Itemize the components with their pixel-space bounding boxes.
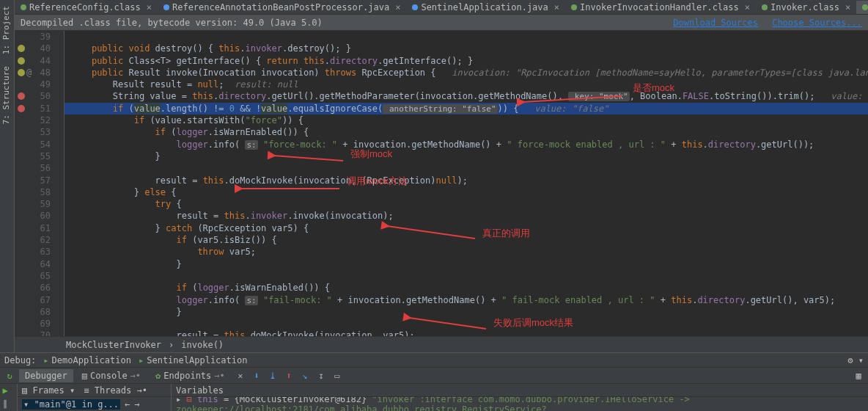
code-line[interactable] [65,162,868,174]
breadcrumb-method[interactable]: invoke() [181,340,224,350]
code-editor[interactable]: 394044@484950515253545556575859606162636… [15,31,868,336]
frame-next-icon[interactable]: → [134,399,139,410]
sidebar-structure-tab[interactable]: 7: Structure [0,60,12,130]
gutter-line[interactable]: 62 [15,234,51,246]
code-line[interactable]: public Class<T> getInterface() { return … [65,55,868,67]
gutter-line[interactable]: 63 [15,246,51,258]
gutter-line[interactable]: 68 [15,306,51,318]
code-line[interactable]: try { [65,198,868,210]
gutter-line[interactable]: 52 [15,114,51,126]
code-line[interactable]: } [65,306,868,318]
gutter-line[interactable]: 51 [15,103,51,114]
console-tab[interactable]: ▤Console→• [76,369,147,382]
debug-settings-icon[interactable]: ⚙ ▾ [847,355,864,365]
breadcrumb-bar[interactable]: MockClusterInvoker › invoke() [15,336,868,352]
close-icon[interactable]: × [554,2,559,12]
code-line[interactable]: String value = this.directory.getUrl().g… [65,90,868,102]
code-line[interactable]: } else { [65,186,868,198]
force-step-icon[interactable]: ⤓ [266,369,279,382]
code-line[interactable]: public Result invoke(Invocation invocati… [65,67,868,79]
code-line[interactable]: result = this.doMockInvoke(invocation, (… [65,175,868,186]
gutter-line[interactable]: 56 [15,162,51,174]
gutter-line[interactable]: 66 [15,282,51,294]
pause-icon[interactable]: ∥ [3,399,15,410]
editor-tab[interactable]: MockClusterInvoker.class× [856,1,868,14]
left-tool-sidebar[interactable]: 1: Project 7: Structure [0,0,15,411]
code-line[interactable]: } catch (RpcException var5) { [65,222,868,234]
step-into-icon[interactable]: ⬇ [250,369,263,382]
gutter-line[interactable]: 69 [15,318,51,330]
code-line[interactable]: logger.info( s: "force-mock: " + invocat… [65,139,868,150]
variables-panel[interactable]: Variables ▸ ⊟ this = this = {MockCluster… [172,384,868,411]
code-line[interactable]: Result result = null; result: null [65,79,868,90]
rerun-icon[interactable]: ↻ [3,369,16,382]
gutter-line[interactable]: 53 [15,126,51,138]
code-line[interactable] [65,31,868,43]
gutter-line[interactable]: 50 [15,90,51,102]
code-line[interactable] [65,318,868,330]
code-line[interactable]: result = this.invoker.invoke(invocation)… [65,210,868,222]
gutter-line[interactable]: 44 [15,55,51,67]
debug-left-controls[interactable]: ▶ ∥ [0,384,18,411]
close-icon[interactable]: × [845,2,850,12]
gutter-line[interactable]: 60 [15,210,51,222]
threads-tab[interactable]: ≡ Threads →• [84,385,147,396]
frame-row[interactable]: ▾ "main"@1 in g... [22,399,120,410]
gutter-line[interactable]: 40 [15,43,51,54]
frames-tab[interactable]: ▤ Frames ▾ [22,385,75,396]
code-line[interactable]: if (value.startsWith("force")) { [65,114,868,126]
gutter-line[interactable]: 67 [15,294,51,306]
editor-tab[interactable]: ReferenceAnnotationBeanPostProcessor.jav… [158,1,406,14]
close-icon[interactable]: × [147,2,152,12]
code-line[interactable] [65,270,868,282]
breadcrumb-class[interactable]: MockClusterInvoker [66,340,161,350]
debug-config-sentinel[interactable]: ▸SentinelApplication [139,355,248,365]
code-line[interactable]: if (logger.isWarnEnabled()) { [65,126,868,138]
line-gutter[interactable]: 394044@484950515253545556575859606162636… [15,31,65,336]
gutter-line[interactable]: @48 [15,67,51,79]
gutter-line[interactable]: 39 [15,31,51,43]
sidebar-project-tab[interactable]: 1: Project [0,0,12,60]
run-to-cursor-icon[interactable]: ↧ [315,369,328,382]
resume-icon[interactable]: ▶ [3,385,15,397]
code-line[interactable]: } [65,150,868,162]
gutter-line[interactable]: 70 [15,330,51,336]
layout-icon[interactable]: ▦ [852,369,865,382]
code-line[interactable]: result = this.doMockInvoke(invocation, v… [65,330,868,336]
code-area[interactable]: public void destroy() { this.invoker.des… [65,31,868,336]
gutter-line[interactable]: 57 [15,175,51,186]
choose-sources-link[interactable]: Choose Sources... [772,18,862,28]
gutter-line[interactable]: 49 [15,79,51,90]
code-line[interactable]: if (logger.isWarnEnabled()) { [65,282,868,294]
download-sources-link[interactable]: Download Sources [673,18,758,28]
gutter-line[interactable]: 58 [15,186,51,198]
code-line[interactable]: public void destroy() { this.invoker.des… [65,43,868,54]
frames-panel[interactable]: ▤ Frames ▾≡ Threads →• ▾ "main"@1 in g..… [18,384,172,411]
gutter-line[interactable]: 55 [15,150,51,162]
eval-icon[interactable]: ▭ [331,369,344,382]
editor-tab[interactable]: SentinelApplication.java× [406,1,565,14]
gutter-line[interactable]: 65 [15,270,51,282]
editor-tab[interactable]: Invoker.class× [756,1,856,14]
gutter-line[interactable]: 54 [15,139,51,150]
step-out-icon[interactable]: ⬆ [282,369,295,382]
frame-prev-icon[interactable]: ← [125,399,130,410]
code-line[interactable]: logger.info( s: "fail-mock: " + invocati… [65,294,868,306]
editor-tab[interactable]: ReferenceConfig.class× [15,1,158,14]
debugger-tab[interactable]: Debugger [19,369,73,382]
gutter-line[interactable]: 64 [15,258,51,270]
code-line[interactable]: if (var5.isBiz()) { [65,234,868,246]
debug-tool-window[interactable]: Debug: ▸DemoApplication ▸SentinelApplica… [0,352,868,411]
close-icon[interactable]: × [395,2,400,12]
code-line[interactable]: throw var5; [65,246,868,258]
code-line[interactable]: } [65,258,868,270]
editor-tab[interactable]: InvokerInvocationHandler.class× [565,1,756,14]
drop-frame-icon[interactable]: ↘ [298,369,312,382]
var-this-row[interactable]: ▸ ⊟ this = this = {MockClusterInvoker@61… [176,397,864,411]
endpoints-tab[interactable]: ✿Endpoints→• [150,369,231,382]
close-icon[interactable]: × [745,2,750,12]
gutter-line[interactable]: 61 [15,222,51,234]
debug-config-demo[interactable]: ▸DemoApplication [43,355,131,365]
gutter-line[interactable]: 59 [15,198,51,210]
step-over-icon[interactable]: ✕ [234,369,247,382]
